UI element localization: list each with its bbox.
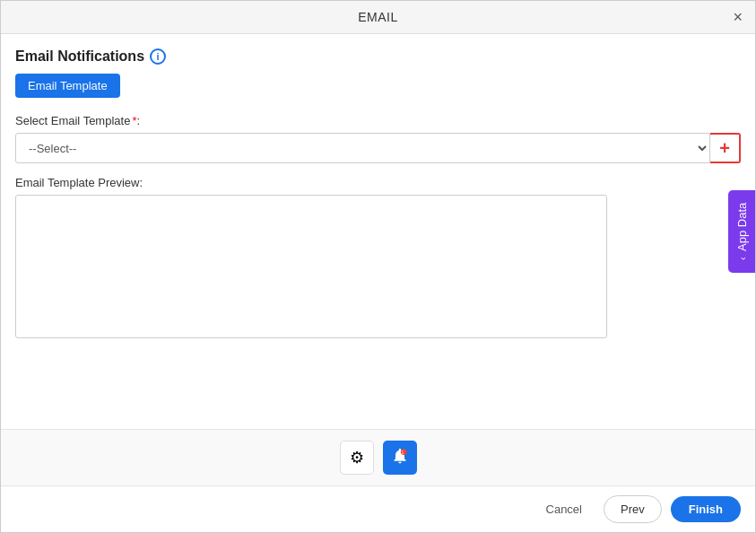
select-email-template-group: Select Email Template*: --Select-- + [15, 114, 741, 163]
email-template-tab[interactable]: Email Template [15, 74, 120, 98]
required-star: * [132, 114, 136, 127]
modal-container: EMAIL × Email Notifications i Email Temp… [0, 0, 756, 533]
info-icon[interactable]: i [150, 48, 166, 65]
modal-header: EMAIL × [1, 1, 755, 34]
modal-body: Email Notifications i Email Template Sel… [1, 34, 755, 429]
section-header: Email Notifications i [15, 48, 741, 65]
section-title: Email Notifications [15, 48, 144, 65]
email-template-preview [15, 195, 607, 338]
bell-icon-button[interactable]: 1 [383, 441, 417, 475]
email-template-select[interactable]: --Select-- [15, 133, 710, 163]
add-template-button[interactable]: + [710, 133, 741, 163]
finish-button[interactable]: Finish [671, 496, 741, 522]
prev-button[interactable]: Prev [604, 495, 662, 523]
app-data-chevron-icon: ‹ [737, 257, 748, 260]
footer-actions: Cancel Prev Finish [1, 485, 755, 532]
select-email-template-label: Select Email Template*: [15, 114, 741, 127]
bell-icon: 1 [391, 447, 409, 469]
footer-icons: ⚙ 1 [1, 429, 755, 485]
svg-text:1: 1 [401, 450, 404, 455]
select-wrapper: --Select-- + [15, 133, 741, 163]
close-button[interactable]: × [733, 9, 743, 25]
app-data-label: App Data [735, 203, 749, 251]
app-data-tab[interactable]: ‹ App Data [728, 190, 755, 273]
cancel-button[interactable]: Cancel [534, 496, 595, 522]
gear-icon: ⚙ [350, 448, 364, 467]
gear-icon-button[interactable]: ⚙ [340, 441, 374, 475]
preview-label: Email Template Preview: [15, 176, 741, 189]
modal-title: EMAIL [358, 10, 398, 24]
